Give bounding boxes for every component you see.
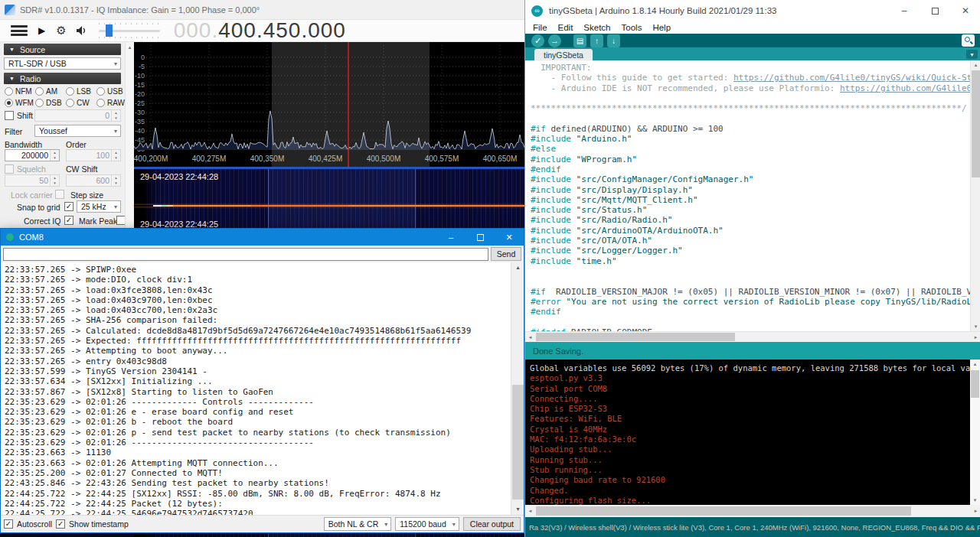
cw-shift-spinner[interactable]: 600 ▴▾ [66,174,121,187]
radio-button[interactable] [96,99,105,107]
source-select[interactable]: RTL-SDR / USB ▾ [4,57,121,70]
shift-checkbox[interactable] [5,111,14,120]
radio-button[interactable] [66,99,74,107]
code-line: #include "src/ArduinoOTA/ArduinoOTA.h" [531,226,970,236]
step-size-select[interactable]: 25 kHz ▾ [77,200,121,213]
radio-section-header[interactable]: ▼ Radio [4,73,121,84]
radio-button[interactable] [35,87,44,96]
play-icon[interactable]: ▶ [38,25,45,36]
scroll-up-icon[interactable]: ▴ [126,43,134,52]
tab-list-dropdown[interactable]: ▼ [966,50,978,59]
close-button[interactable]: ✕ [495,229,524,246]
serial-scrollbar[interactable]: ▴ ▾ [511,262,524,515]
frequency-display[interactable]: 000.400.450.000 [174,18,346,43]
mode-radio-usb[interactable]: USB [96,86,127,96]
new-sketch-button[interactable]: ▤ [573,34,586,47]
volume-slider[interactable] [99,23,160,38]
radio-button[interactable] [35,99,44,107]
minimize-button[interactable]: – [889,0,920,21]
lock-carrier-checkbox[interactable] [55,190,64,199]
snap-to-grid-checkbox[interactable]: ✓ [64,202,74,211]
upload-button[interactable]: → [548,34,561,47]
speaker-icon[interactable] [76,25,88,36]
maximize-button[interactable] [466,229,495,246]
menu-edit[interactable]: Edit [558,23,573,32]
close-button[interactable]: ✕ [950,0,980,21]
source-section-header[interactable]: ▼ Source [4,44,121,55]
gear-icon[interactable]: ⚙ [56,24,66,37]
mode-radio-nfm[interactable]: NFM [5,86,35,96]
spectrum-display[interactable]: 0-5-10-15-20-25-30-35-40-45-50400,200M40… [134,42,524,167]
scroll-up-icon[interactable]: ▴ [511,262,524,273]
code-editor[interactable]: IMPORTANT: - Follow this guide to get st… [525,60,970,331]
scroll-up-icon[interactable]: ▴ [971,60,980,70]
spinner-arrows[interactable]: ▴▾ [111,175,120,186]
spinner-arrows[interactable]: ▴▾ [50,175,59,186]
mode-radio-lsb[interactable]: LSB [66,86,96,96]
serial-monitor-button[interactable] [962,34,975,47]
mode-radio-dsb[interactable]: DSB [35,98,66,108]
menu-file[interactable]: File [533,23,547,32]
scroll-left-icon[interactable]: ◂ [525,332,535,342]
serial-input[interactable] [3,248,488,261]
radio-button[interactable] [5,87,13,96]
save-sketch-button[interactable]: ↓ [607,34,620,47]
mode-radio-am[interactable]: AM [35,86,66,96]
verify-button[interactable]: ✓ [531,34,544,47]
scroll-right-icon[interactable]: ▸ [971,506,980,516]
editor-horizontal-scrollbar[interactable]: ◂ ▸ [525,331,980,342]
scrollbar-thumb[interactable] [536,506,911,516]
shift-spinner[interactable]: 0 ▴▾ [34,109,121,122]
tab-tinygsbeta[interactable]: tinyGSbeta [534,49,593,60]
radio-button[interactable] [96,87,105,96]
menu-tools[interactable]: Tools [622,23,642,32]
show-timestamp-checkbox[interactable]: ✓ [56,519,65,529]
radio-button[interactable] [5,99,13,107]
scroll-right-icon[interactable]: ▸ [971,332,980,342]
mode-radio-wfm[interactable]: WFM [5,98,35,108]
autoscroll-checkbox[interactable]: ✓ [4,519,13,529]
volume-thumb[interactable] [106,24,113,37]
mode-radio-cw[interactable]: CW [66,98,96,108]
scrollbar-thumb[interactable] [536,333,735,341]
radio-header-label: Radio [20,74,41,83]
console-vertical-scrollbar[interactable]: ▴ ▾ [970,360,980,505]
mode-radio-raw[interactable]: RAW [96,98,127,108]
scroll-up-icon[interactable]: ▴ [970,360,980,369]
menu-help[interactable]: Help [652,23,671,32]
minimize-button[interactable]: – [436,229,466,246]
scrollbar-thumb[interactable] [512,385,524,500]
correct-iq-checkbox[interactable]: ✓ [64,216,74,225]
serial-output[interactable]: 22:33:57.265 -> SPIWP:0xee22:33:57.265 -… [1,262,511,515]
maximize-button[interactable] [920,0,950,21]
filter-select[interactable]: Youssef ▾ [34,125,121,137]
serial-monitor-titlebar[interactable]: COM8 – ✕ [1,229,524,246]
editor-vertical-scrollbar[interactable]: ▴ ▾ [970,60,980,331]
arduino-titlebar[interactable]: ∞ tinyGSbeta | Arduino 1.8.14 Hourly Bui… [525,0,980,21]
spinner-arrows[interactable]: ▴▾ [50,150,59,161]
order-spinner[interactable]: 100 ▴▾ [66,149,121,161]
line-ending-select[interactable]: Both NL & CR ▾ [324,517,392,531]
console-horizontal-scrollbar[interactable]: ◂ ▸ [525,505,980,517]
spinner-arrows[interactable]: ▴▾ [111,110,120,121]
scroll-left-icon[interactable]: ◂ [525,506,535,516]
clear-output-button[interactable]: Clear output [463,517,521,531]
sdrsharp-titlebar[interactable]: SDR# v1.0.0.1317 - IQ Imbalance: Gain = … [0,0,524,20]
menu-icon[interactable] [11,25,28,36]
panel-scrollbar[interactable]: ▴ [125,42,134,228]
open-sketch-button[interactable]: ↑ [590,34,603,47]
squelch-spinner[interactable]: 50 ▴▾ [5,174,60,187]
send-button[interactable]: Send [491,247,521,261]
spinner-arrows[interactable]: ▴▾ [111,150,120,161]
build-console[interactable]: Global variables use 56092 bytes (17%) o… [525,360,970,505]
radio-button[interactable] [66,87,74,96]
scroll-down-icon[interactable]: ▾ [971,322,980,331]
bandwidth-spinner[interactable]: 200000 ▴▾ [5,149,60,161]
scroll-down-icon[interactable]: ▾ [970,496,980,505]
squelch-checkbox[interactable] [5,164,14,174]
scroll-down-icon[interactable]: ▾ [511,504,524,515]
baud-rate-select[interactable]: 115200 baud ▾ [395,517,459,531]
scrollbar-thumb[interactable] [971,370,979,398]
scrollbar-thumb[interactable] [972,70,980,177]
menu-sketch[interactable]: Sketch [583,23,610,32]
